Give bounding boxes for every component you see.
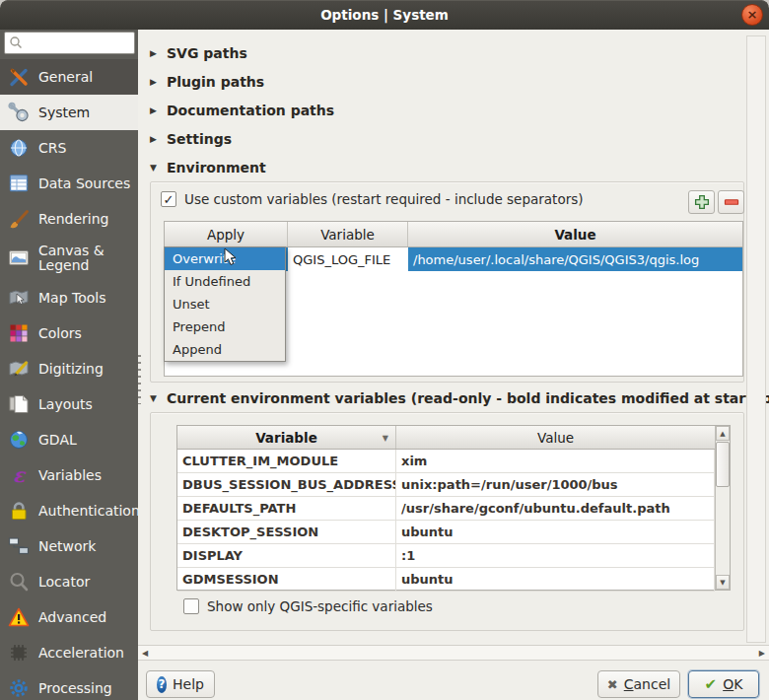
- sidebar-item-gdal[interactable]: GDAL: [0, 422, 138, 457]
- gdal-globe-icon: [6, 428, 32, 452]
- sidebar-item-system[interactable]: System: [0, 95, 138, 130]
- section-documentation-paths[interactable]: ▶ Documentation paths: [148, 102, 334, 119]
- chevron-down-icon: ▼: [148, 163, 159, 173]
- sidebar-item-processing[interactable]: Processing: [0, 670, 138, 700]
- sidebar-item-general[interactable]: General: [0, 59, 138, 95]
- env-row[interactable]: CLUTTER_IM_MODULE xim: [177, 450, 715, 473]
- network-icon: [6, 534, 32, 558]
- scrollbar-thumb[interactable]: [716, 442, 730, 487]
- gear-icon: [6, 676, 32, 700]
- sidebar-item-rendering[interactable]: Rendering: [0, 201, 138, 237]
- help-icon: ?: [157, 676, 167, 693]
- value-cell[interactable]: /home/user/.local/share/QGIS/QGIS3/qgis.…: [408, 247, 742, 271]
- column-header-variable[interactable]: Variable ▼: [177, 426, 396, 449]
- globe-icon: [6, 136, 32, 160]
- panel-vertical-scrollbar[interactable]: [746, 35, 766, 643]
- sidebar-item-locator[interactable]: Locator: [0, 564, 138, 599]
- section-svg-paths[interactable]: ▶ SVG paths: [148, 44, 247, 62]
- env-row[interactable]: GDMSESSION ubuntu: [177, 568, 715, 592]
- canvas-map-icon: [6, 246, 32, 270]
- sidebar-item-acceleration[interactable]: Acceleration: [0, 635, 138, 670]
- dropdown-option-unset[interactable]: Unset: [165, 293, 285, 315]
- section-label: Plugin paths: [167, 74, 264, 90]
- column-header-value[interactable]: Value: [408, 222, 742, 246]
- splitter-handle[interactable]: [138, 355, 141, 404]
- add-variable-button[interactable]: [688, 190, 715, 214]
- magnifier-icon: [6, 570, 32, 594]
- search-input[interactable]: [4, 32, 135, 54]
- search-icon: [9, 35, 23, 49]
- cancel-label: Cancel: [624, 676, 670, 692]
- use-custom-variables-checkbox[interactable]: ✓: [161, 191, 176, 207]
- dropdown-option-prepend[interactable]: Prepend: [165, 315, 285, 338]
- mouse-cursor-icon: [224, 247, 239, 267]
- scroll-left-icon[interactable]: ◀: [142, 649, 148, 658]
- sidebar-item-layouts[interactable]: Layouts: [0, 386, 138, 422]
- search-box: [4, 32, 135, 54]
- window-title: Options | System: [0, 0, 769, 30]
- sidebar-item-variables[interactable]: ε Variables: [0, 457, 138, 493]
- section-environment[interactable]: ▼ Environment: [148, 159, 266, 176]
- section-label: SVG paths: [167, 45, 247, 61]
- sidebar-item-network[interactable]: Network: [0, 528, 138, 564]
- chip-icon: [6, 641, 32, 665]
- sidebar-item-crs[interactable]: CRS: [0, 130, 138, 166]
- column-header-value[interactable]: Value: [396, 426, 715, 449]
- cancel-x-icon: ✖: [607, 677, 618, 692]
- env-row[interactable]: DEFAULTS_PATH /usr/share/gconf/ubuntu.de…: [177, 497, 715, 521]
- check-icon: ✔: [705, 675, 718, 693]
- env-row[interactable]: DISPLAY :1: [177, 544, 715, 568]
- section-label: Environment: [167, 160, 266, 175]
- column-header-apply[interactable]: Apply: [165, 222, 288, 246]
- environment-group: ✓ Use custom variables (restart required…: [150, 181, 744, 383]
- scroll-right-icon[interactable]: ▶: [759, 649, 765, 658]
- sidebar-item-data-sources[interactable]: Data Sources: [0, 166, 138, 201]
- epsilon-icon: ε: [6, 463, 32, 487]
- warning-icon: [6, 605, 32, 629]
- section-label: Settings: [167, 131, 232, 147]
- ok-button[interactable]: ✔ OK: [688, 670, 759, 698]
- sidebar-item-map-tools[interactable]: Map Tools: [0, 280, 138, 315]
- wrench-gear-icon: [6, 101, 32, 124]
- section-plugin-paths[interactable]: ▶ Plugin paths: [148, 73, 264, 91]
- sidebar-item-authentication[interactable]: Authentication: [0, 493, 138, 528]
- panel-horizontal-scrollbar[interactable]: ◀ ▶: [138, 645, 769, 661]
- env-row[interactable]: DBUS_SESSION_BUS_ADDRESS unix:path=/run/…: [177, 473, 715, 497]
- section-label: Documentation paths: [167, 103, 334, 118]
- table-vertical-scrollbar[interactable]: ▲ ▼: [715, 426, 730, 590]
- cancel-button[interactable]: ✖ Cancel: [597, 670, 680, 698]
- help-button[interactable]: ? Help: [146, 670, 215, 698]
- current-env-header: Variable ▼ Value: [177, 426, 715, 450]
- scroll-down-icon[interactable]: ▼: [716, 575, 730, 590]
- ok-label: OK: [723, 676, 742, 692]
- sidebar-item-digitizing[interactable]: Digitizing: [0, 351, 138, 386]
- show-only-qgis-label: Show only QGIS-specific variables: [207, 598, 433, 614]
- sidebar-item-advanced[interactable]: Advanced: [0, 599, 138, 635]
- titlebar[interactable]: Options | System ×: [0, 0, 769, 30]
- chevron-right-icon: ▶: [148, 134, 159, 144]
- scroll-up-icon[interactable]: ▲: [716, 426, 730, 441]
- remove-variable-button[interactable]: [718, 190, 744, 214]
- dropdown-option-append[interactable]: Append: [165, 338, 285, 361]
- env-row[interactable]: DESKTOP_SESSION ubuntu: [177, 521, 715, 544]
- column-header-variable[interactable]: Variable: [288, 222, 408, 246]
- sidebar-item-canvas-legend[interactable]: Canvas & Legend: [0, 237, 138, 280]
- section-current-env[interactable]: ▼ Current environment variables (read-on…: [148, 389, 769, 407]
- map-pencil-icon: [6, 357, 32, 381]
- current-env-group: Variable ▼ Value CLUTTER_IM_MODULE xim D…: [150, 412, 744, 631]
- help-label: Help: [173, 676, 204, 692]
- chevron-right-icon: ▶: [148, 105, 159, 115]
- dropdown-option-if-undefined[interactable]: If Undefined: [165, 270, 285, 293]
- show-only-qgis-checkbox[interactable]: [183, 598, 199, 614]
- section-settings[interactable]: ▶ Settings: [148, 130, 232, 148]
- page-icon: [6, 392, 32, 416]
- close-icon[interactable]: ×: [741, 4, 763, 26]
- sidebar-item-colors[interactable]: Colors: [0, 315, 138, 351]
- sidebar-nav: General System CRS Data Sources Renderin…: [0, 59, 138, 700]
- variable-cell[interactable]: QGIS_LOG_FILE: [288, 247, 408, 271]
- chevron-right-icon: ▶: [148, 77, 159, 87]
- data-table-icon: [6, 172, 32, 195]
- paintbrush-icon: [6, 207, 32, 231]
- sort-descending-icon[interactable]: ▼: [383, 434, 388, 443]
- color-swatches-icon: [6, 321, 32, 345]
